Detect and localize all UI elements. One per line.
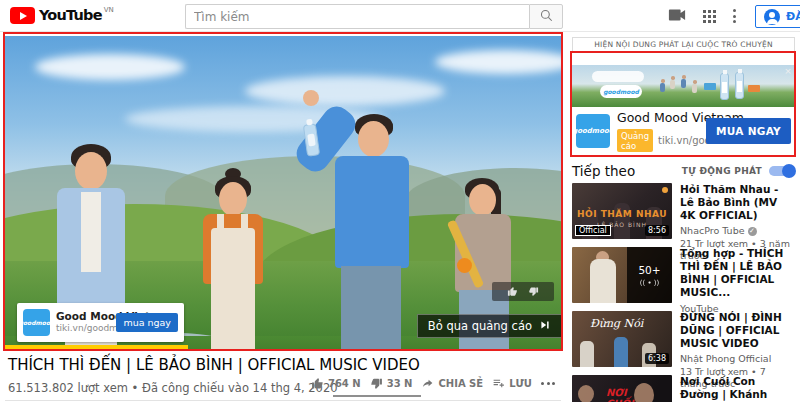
- player-ad-url: tiki.vn/goodmood: [56, 323, 110, 334]
- player-ad-title: Good Mood Vietnam: [56, 310, 110, 323]
- video-player[interactable]: goodmood Good Mood Vietnam tiki.vn/goodm…: [5, 36, 561, 349]
- thumb-up-icon: [311, 377, 324, 390]
- search-button[interactable]: [529, 4, 563, 29]
- channel-name: NhacPro Tube: [680, 225, 745, 237]
- related-video-title: ĐỪNG NÓI | ĐÌNH DŨNG | OFFICIAL MUSIC VI…: [680, 311, 795, 350]
- save-label: LƯU: [509, 378, 532, 389]
- autoplay-toggle[interactable]: [769, 166, 795, 176]
- video-duration: 6:38: [645, 353, 669, 364]
- related-video-2[interactable]: 50+ Tổng hợp - THÍCH THÌ ĐẾN | LÊ BẢO BÌ…: [572, 247, 795, 314]
- ad-bottle: [720, 73, 729, 100]
- share-icon: [421, 377, 434, 390]
- thumbnail-badge-dot: [662, 187, 668, 193]
- sidebar-ad-cta-button[interactable]: MUA NGAY: [706, 118, 791, 144]
- more-actions-button[interactable]: [541, 382, 555, 385]
- skip-next-icon: [539, 319, 551, 334]
- cloud: [245, 76, 445, 106]
- search-input[interactable]: [185, 4, 529, 29]
- header-icons: [668, 0, 736, 32]
- section-divider: [5, 400, 561, 401]
- ad-badge: Quảng cáo: [617, 129, 653, 152]
- goodmood-logo: goodmood: [23, 309, 50, 336]
- dislike-count: 33 N: [387, 378, 413, 389]
- thumb-down-icon: [370, 377, 383, 390]
- related-video-title: Nơi Cuối Con Đường | Khánh Phương | Offi…: [680, 375, 795, 402]
- view-count: 61.513.802 lượt xem • Đã công chiếu vào …: [8, 381, 338, 395]
- related-video-4[interactable]: NƠICUỐI Nơi Cuối Con Đường | Khánh Phươn…: [572, 375, 795, 402]
- share-label: CHIA SẺ: [438, 378, 483, 389]
- official-stamp: Official: [575, 225, 611, 236]
- like-button[interactable]: 764 N: [311, 377, 361, 390]
- player-thumb-up-icon[interactable]: [507, 282, 518, 301]
- show-chat-replay-button[interactable]: HIỆN NỘI DUNG PHÁT LẠI CUỘC TRÒ CHUYỆN: [572, 37, 795, 52]
- sidebar-ad-info[interactable]: goodmood Good Mood Vietnam Quảng cáo tik…: [572, 107, 795, 155]
- video-thumbnail: HỎI THĂM NHAU LÊ BẢO BÌNH Official 8:56: [572, 183, 672, 239]
- jumping-person: [670, 76, 675, 90]
- skip-ad-button[interactable]: Bỏ qua quảng cáo: [417, 314, 561, 338]
- person-holding-bottle: [323, 114, 421, 349]
- price-tag: [748, 85, 760, 92]
- youtube-play-icon: [10, 7, 35, 24]
- player-rating-box[interactable]: [492, 282, 554, 301]
- mix-icon: [640, 279, 660, 287]
- person-orange-top: [203, 176, 263, 349]
- up-next-row: Tiếp theo TỰ ĐỘNG PHÁT: [572, 163, 795, 179]
- playlist-overlay: 50+: [627, 247, 672, 303]
- autoplay-label: TỰ ĐỘNG PHÁT: [682, 166, 762, 176]
- channel-name: Nhật Phong Official: [680, 353, 771, 365]
- sidebar-ad-banner[interactable]: goodmood: [572, 65, 795, 107]
- up-next-label: Tiếp theo: [572, 163, 635, 179]
- more-options-icon[interactable]: [733, 9, 736, 23]
- ad-bottle: [735, 72, 744, 99]
- youtube-watch-page: YouTube VN ĐĂNG: [0, 0, 800, 402]
- verified-icon: [748, 227, 757, 236]
- like-ratio-bar: [333, 395, 421, 397]
- share-button[interactable]: CHIA SẺ: [421, 377, 483, 390]
- ad-banner-bubble: [592, 71, 644, 82]
- price-tag: [704, 83, 716, 90]
- country-code: VN: [104, 6, 114, 14]
- video-thumbnail: Đừng Nói 6:38: [572, 311, 672, 367]
- player-thumb-down-icon[interactable]: [528, 282, 539, 301]
- search-icon: [539, 8, 554, 26]
- goodmood-logo: goodmood: [576, 114, 610, 148]
- video-thumbnail: NƠICUỐI: [572, 375, 672, 402]
- top-bar: YouTube VN ĐĂNG: [0, 0, 800, 32]
- save-button[interactable]: LƯU: [492, 377, 532, 390]
- youtube-logo[interactable]: YouTube VN: [10, 7, 114, 24]
- create-video-icon[interactable]: [668, 7, 686, 26]
- playlist-add-icon: [492, 377, 505, 390]
- orange-fruit: [457, 258, 472, 273]
- apps-grid-icon[interactable]: [703, 10, 716, 23]
- sidebar-ad-title: Good Mood Vietnam: [617, 110, 699, 125]
- playlist-count: 50+: [638, 264, 660, 276]
- sign-in-label: ĐĂNG: [786, 10, 800, 23]
- related-video-title: Tổng hợp - THÍCH THÌ ĐẾN | LÊ BẢO BÌNH |…: [680, 247, 795, 300]
- sign-in-button[interactable]: ĐĂNG: [755, 5, 800, 28]
- jumping-person: [681, 75, 686, 89]
- dislike-button[interactable]: 33 N: [370, 377, 413, 390]
- goodmood-cloud-logo: goodmood: [600, 85, 642, 98]
- account-icon: [764, 9, 780, 25]
- search-bar: [185, 4, 563, 29]
- cloud: [35, 54, 185, 80]
- jumping-person: [692, 80, 697, 94]
- jumping-person: [660, 79, 665, 93]
- video-title: THÍCH THÌ ĐẾN | LÊ BẢO BÌNH | OFFICIAL M…: [8, 356, 553, 374]
- skip-ad-label: Bỏ qua quảng cáo: [428, 319, 532, 333]
- related-video-title: Hỏi Thăm Nhau - Lê Bảo Bình (MV 4K OFFIC…: [680, 183, 795, 222]
- youtube-wordmark: YouTube: [39, 7, 102, 24]
- playlist-thumbnail: 50+: [572, 247, 672, 303]
- ellipsis-icon: [541, 382, 555, 385]
- player-ad-cta-button[interactable]: mua ngay: [116, 313, 178, 332]
- close-ad-icon[interactable]: [783, 66, 793, 76]
- player-ad-card[interactable]: goodmood Good Mood Vietnam tiki.vn/goodm…: [17, 303, 184, 342]
- like-count: 764 N: [328, 378, 361, 389]
- video-duration: 8:56: [645, 225, 669, 236]
- ad-progress-bar[interactable]: [5, 345, 188, 349]
- action-bar: 764 N 33 N CHIA SẺ LƯU: [311, 377, 555, 390]
